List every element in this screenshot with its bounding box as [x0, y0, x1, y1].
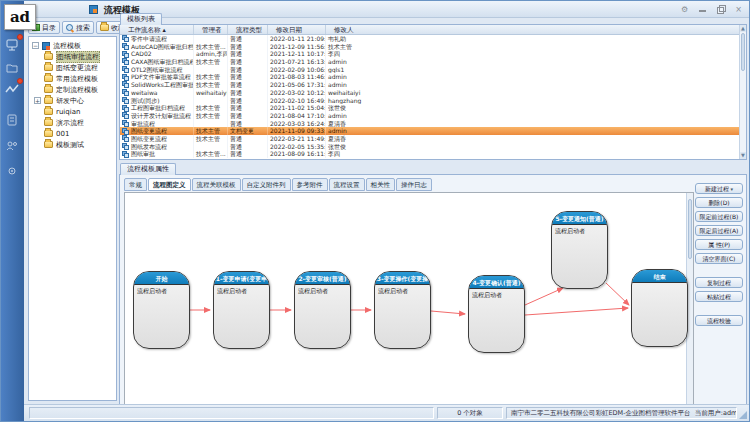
table-row[interactable]: SolidWorks工程图审批流程技术主管普通2021-05-06 17:31:…: [120, 81, 746, 89]
table-cell: 普通: [228, 120, 268, 128]
table-row[interactable]: AutoCAD图纸审批归档流程技术主管...普通2021-12-09 11:56…: [120, 43, 746, 51]
table-row[interactable]: 图纸审批技术主管...普通2021-08-09 16:11:08李四: [120, 150, 746, 158]
table-row[interactable]: 图纸发布流程普通2022-02-05 15:35:27张世俊: [120, 143, 746, 151]
restore-icon[interactable]: [715, 4, 726, 15]
tree-item-label: 定制流程模板: [56, 85, 98, 95]
flow-node[interactable]: 开始流程启动者: [133, 271, 190, 349]
table-row[interactable]: 图纸变更流程技术主管文档变更2021-11-09 09:33:24admin: [120, 127, 746, 135]
column-header[interactable]: 管理者: [194, 25, 228, 34]
folder-icon: [44, 119, 53, 126]
table-body: 零件申请流程普通2022-01-11 21:09:29韦礼助AutoCAD图纸审…: [120, 35, 746, 158]
tree-item[interactable]: 图纸审批流程: [32, 51, 116, 62]
table-row[interactable]: 零件申请流程普通2022-01-11 21:09:29韦礼助: [120, 35, 746, 43]
action-删除D[interactable]: 删除(D): [695, 197, 743, 208]
table-cell: 普通: [228, 58, 268, 66]
table-row[interactable]: 图纸变更流程技术主管普通2022-03-21 11:49:05夏清香: [120, 135, 746, 143]
table-cell: 张世俊: [326, 104, 746, 112]
tab-相关性[interactable]: 相关性: [366, 178, 396, 191]
table-cell: 普通: [228, 81, 268, 89]
workflow-name-cell: 设计开发计划审批流程: [120, 112, 194, 120]
close-icon[interactable]: ×: [733, 4, 744, 15]
workflow-icon: [122, 66, 129, 73]
tree-item[interactable]: +研发中心: [32, 95, 116, 106]
tab-流程图定义[interactable]: 流程图定义: [148, 178, 191, 191]
table-scrollbar[interactable]: ▲ ▼: [739, 25, 746, 159]
action-清空界面C[interactable]: 清空界面(C): [695, 253, 743, 264]
notification-badge: [17, 34, 23, 40]
column-header[interactable]: 流程类型: [228, 25, 268, 34]
flow-node-owner: 流程启动者: [295, 285, 350, 296]
workflow-icon: [122, 97, 129, 104]
table-cell: 普通: [228, 143, 268, 151]
settings-icon[interactable]: ⚙: [679, 4, 690, 15]
tab-template-list[interactable]: 模板列表: [120, 13, 162, 25]
tab-template-properties[interactable]: 流程模板属性: [120, 163, 176, 175]
tree-item[interactable]: 001: [32, 128, 116, 139]
flow-node[interactable]: 5-变更通知(普通)流程启动者: [551, 211, 608, 289]
scroll-thumb[interactable]: [741, 33, 745, 71]
action-粘贴过程[interactable]: 粘贴过程: [695, 291, 743, 302]
table-row[interactable]: CAD02admin,李四普通2021-12-11 10:17:29李四: [120, 50, 746, 58]
table-row[interactable]: 测试(同步)普通2022-02-10 16:49:12hangzhang: [120, 97, 746, 105]
chevron-down-icon: ▾: [729, 186, 733, 192]
action-复制过程[interactable]: 复制过程: [695, 277, 743, 288]
tree-root[interactable]: −流程模板: [32, 40, 116, 51]
tab-操作日志[interactable]: 操作日志: [396, 178, 432, 191]
activity-icon[interactable]: [5, 81, 20, 95]
tab-常规[interactable]: 常规: [124, 178, 147, 191]
tree-item[interactable]: 演示流程: [32, 117, 116, 128]
users-icon[interactable]: [5, 137, 20, 151]
table-cell: 夏清香: [326, 135, 746, 143]
table-cell: weihaitaiyi: [326, 89, 746, 97]
tab-参考附件[interactable]: 参考附件: [292, 178, 328, 191]
collapse-icon[interactable]: −: [32, 42, 39, 49]
column-header[interactable]: 工作流名称 ▴: [120, 25, 194, 34]
tree-item[interactable]: ruiqian: [32, 106, 116, 117]
status-info-cell: 南宁市二零二五科技有限公司彩虹EDM-企业图档管理软件平台 当前用户:admin…: [506, 407, 737, 419]
tree-item[interactable]: 模板测试: [32, 139, 116, 150]
gear-icon[interactable]: [5, 163, 20, 177]
folder-icon: [44, 108, 53, 115]
table-row[interactable]: 工程图审批归档流程技术主管普通2021-11-02 15:04:17张世俊: [120, 104, 746, 112]
resize-grip[interactable]: [739, 411, 747, 419]
sidebar-toolbar-search[interactable]: 搜索: [62, 21, 94, 34]
app-logo[interactable]: ad: [4, 4, 36, 30]
action-流程校验[interactable]: 流程校验: [695, 315, 743, 326]
flowchart-canvas[interactable]: 开始流程启动者1-变更申请(变更申流程启动者2-变更审核(普通)流程启动者3-变…: [124, 192, 694, 407]
expand-icon[interactable]: +: [34, 97, 41, 104]
tab-自定义附件列[interactable]: 自定义附件列: [242, 178, 291, 191]
folder-icon[interactable]: [5, 59, 20, 73]
folder-icon: [44, 53, 53, 60]
table-row[interactable]: weitaiwaweihaitaiyi普通2022-03-02 10:12:36…: [120, 89, 746, 97]
column-header[interactable]: 修改人: [326, 25, 746, 34]
desktop-icon[interactable]: [5, 37, 20, 51]
tree-item[interactable]: 定制流程模板: [32, 84, 116, 95]
table-cell: admin,李四: [194, 50, 228, 58]
tree-item[interactable]: 常用流程模板: [32, 73, 116, 84]
table-row[interactable]: CAXA图纸审批归档流程技术主管普通2021-07-21 16:13:21adm…: [120, 58, 746, 66]
clipboard-icon[interactable]: [5, 111, 20, 125]
table-cell: 2021-12-09 11:56:41: [268, 43, 326, 51]
flow-node[interactable]: 1-变更申请(变更申流程启动者: [213, 271, 270, 349]
table-row[interactable]: OTL2图纸审批流程普通2022-02-09 10:06:32gqls1: [120, 66, 746, 74]
action-限定后过程A[interactable]: 限定后过程(A): [695, 225, 743, 236]
table-row[interactable]: 设计开发计划审批流程技术主管普通2021-08-04 17:10:36admin: [120, 112, 746, 120]
table-row[interactable]: PDF文件审批签章流程技术主管普通2021-08-03 11:46:21admi…: [120, 73, 746, 81]
tab-流程关联模板[interactable]: 流程关联模板: [192, 178, 241, 191]
workflow-name-cell: SolidWorks工程图审批流程: [120, 81, 194, 89]
table-row[interactable]: 审批流程普通2022-03-03 16:24:40夏清香: [120, 120, 746, 128]
scroll-up-icon[interactable]: ▲: [740, 25, 746, 32]
flow-node[interactable]: 2-变更审核(普通)流程启动者: [294, 271, 351, 349]
action-新建过程[interactable]: 新建过程 ▾: [695, 183, 743, 194]
flow-node[interactable]: 4-变更确认(普通)流程启动者: [468, 275, 525, 353]
action-限定前过程B[interactable]: 限定前过程(B): [695, 211, 743, 222]
flow-node-owner: 流程启动者: [552, 225, 607, 236]
tab-流程设置[interactable]: 流程设置: [329, 178, 365, 191]
scroll-down-icon[interactable]: ▼: [740, 152, 746, 159]
flow-node[interactable]: 结束: [631, 269, 688, 347]
column-header[interactable]: 修改日期: [268, 25, 326, 34]
flow-node[interactable]: 3-变更操作(变更操流程启动者: [374, 271, 431, 349]
action-属性P[interactable]: 属 性(P): [695, 239, 743, 250]
minimize-icon[interactable]: [697, 4, 708, 15]
tree-item[interactable]: 图纸变更流程: [32, 62, 116, 73]
